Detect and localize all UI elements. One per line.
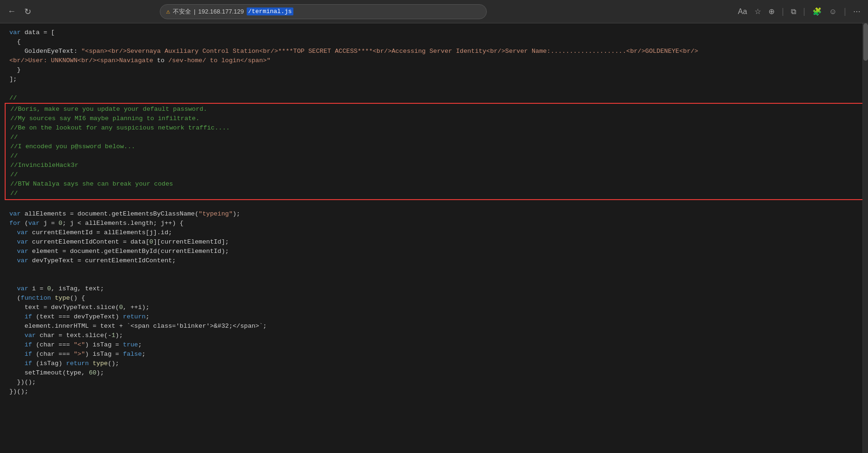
code-line-comment: // [10,189,858,198]
code-line: for (var j = 0; j < allElements.length; … [0,219,868,228]
code-line: <br/>User: UNKNOWN<br/><span>Naviagate t… [0,56,868,65]
address-path: /terminal.js [247,7,293,15]
code-line: var char = text.slice(-1); [0,331,868,340]
reader-mode-button[interactable]: Аа [735,6,750,18]
back-button[interactable]: ← [5,5,19,18]
browser-actions: Аа ☆ ⊕ | ⧉ | 🧩 ☺ | ⋯ [735,5,863,18]
code-line: var devTypeText = currentElementIdConten… [0,256,868,266]
divider-2: | [801,7,808,16]
code-line-comment: //BTW Natalya says she can break your co… [10,180,858,189]
code-editor: var data = [ { GoldenEyeText: "<span><br… [0,23,868,453]
nav-buttons: ← ↻ [5,5,34,19]
code-line: })(); [0,387,868,396]
code-line: var currentElementIdContent = data[0][cu… [0,237,868,247]
code-line: var i = 0, isTag, text; [0,284,868,294]
code-line: if (char === ">") isTag = false; [0,350,868,359]
code-line: })(); [0,378,868,387]
code-line: // [0,93,868,103]
code-line-comment: //Boris, make sure you update your defau… [10,105,858,114]
collections-button[interactable]: ⊕ [766,5,777,18]
security-warning-icon: ⚠ [166,7,170,15]
code-line-empty [0,275,868,284]
code-line: if (isTag) return type(); [0,359,868,368]
code-line: var element = document.getElementById(cu… [0,247,868,256]
code-line: } [0,65,868,75]
code-line-comment: //Be on the lookout for any suspicious n… [10,123,858,133]
highlighted-comment-block: //Boris, make sure you update your defau… [5,103,863,200]
scrollbar-thumb[interactable] [863,23,868,61]
scrollbar-track[interactable] [862,23,868,453]
menu-button[interactable]: ⋯ [850,5,863,18]
code-line: if (text === devTypeText) return; [0,312,868,322]
divider-bar: | [194,8,195,15]
divider-1: | [779,7,786,16]
code-line-empty [0,266,868,275]
code-line-comment: //I encoded you p@ssword below... [10,142,858,151]
divider-3: | [841,7,848,16]
address-bar[interactable]: ⚠ 不安全 | 192.168.177.129/terminal.js [160,4,487,19]
extensions-button[interactable]: 🧩 [810,5,825,18]
refresh-button[interactable]: ↻ [21,5,34,19]
code-line: element.innerHTML = text + `<span class=… [0,322,868,331]
code-line: setTimeout(type, 60); [0,368,868,378]
code-line: { [0,37,868,47]
code-line: ]; [0,75,868,84]
code-line: var data = [ [0,28,868,37]
favorites-button[interactable]: ☆ [752,5,764,18]
code-line: GoldenEyeText: "<span><br/>Severnaya Aux… [0,47,868,56]
profile-button[interactable]: ☺ [826,6,840,18]
code-line-comment: // [10,133,858,142]
code-line-encoded: //InvincibleHack3r [10,161,858,170]
code-line-comment: //My sources say MI6 maybe planning to i… [10,114,858,123]
security-label: 不安全 [173,7,191,16]
code-line: var currentElementId = allElements[j].id… [0,228,868,237]
code-line-empty [0,84,868,93]
code-line-comment: // [10,151,858,161]
address-ip: 192.168.177.129 [198,8,244,15]
code-line: if (char === "<") isTag = true; [0,340,868,350]
code-line: (function type() { [0,294,868,303]
split-button[interactable]: ⧉ [788,6,799,18]
code-line: var allElements = document.getElementsBy… [0,209,868,219]
code-line: text = devTypeText.slice(0, ++i); [0,303,868,312]
code-line-comment: // [10,170,858,180]
browser-chrome: ← ↻ ⚠ 不安全 | 192.168.177.129/terminal.js … [0,0,868,23]
code-line-empty [0,200,868,209]
